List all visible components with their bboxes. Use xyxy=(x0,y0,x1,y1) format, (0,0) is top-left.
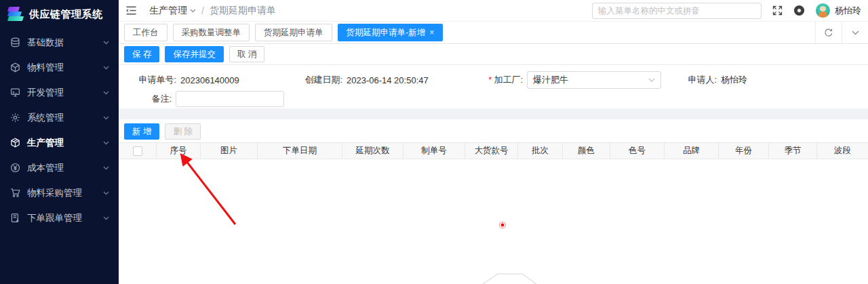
factory-select[interactable]: 爆汁肥牛 xyxy=(527,71,661,89)
tab-tools xyxy=(815,22,868,44)
column-header-seq: 序号 xyxy=(157,143,201,159)
app-title: 供应链管理系统 xyxy=(29,8,103,21)
column-header-image: 图片 xyxy=(201,143,258,159)
gear-icon xyxy=(9,113,20,123)
chevron-down-icon xyxy=(103,41,109,45)
refresh-icon[interactable] xyxy=(815,22,842,44)
column-header-order-date: 下单日期 xyxy=(258,143,342,159)
save-and-submit-button[interactable]: 保存并提交 xyxy=(165,46,224,62)
form-toolbar: 保 存 保存并提交 取 消 xyxy=(119,44,868,65)
menu-search-input[interactable] xyxy=(592,3,762,19)
database-icon xyxy=(9,37,20,48)
column-header-brand: 品牌 xyxy=(665,143,719,159)
sidebar-menu: 基础数据 物料管理 开发管理 系统管理 xyxy=(0,28,119,230)
app-logo[interactable]: 供应链管理系统 xyxy=(0,0,119,28)
order-icon xyxy=(9,213,20,224)
breadcrumb-current: 货期延期申请单 xyxy=(210,5,276,17)
chevron-down-icon xyxy=(103,141,109,145)
delete-row-button[interactable]: 删 除 xyxy=(165,123,200,140)
create-date-value: 2023-06-14 20:50:47 xyxy=(347,75,429,85)
data-grid: 序号 图片 下单日期 延期次数 制单号 大货款号 批次 颜色 色号 品牌 年份 … xyxy=(119,142,868,268)
chevron-down-icon xyxy=(103,66,109,70)
column-header-color: 颜色 xyxy=(563,143,610,159)
chevron-down-icon xyxy=(103,166,109,170)
column-header-doc-no: 制单号 xyxy=(403,143,465,159)
select-all-checkbox[interactable] xyxy=(133,146,142,156)
chevron-down-icon xyxy=(190,9,196,13)
chevron-down-icon xyxy=(103,216,109,220)
sidebar-item-development[interactable]: 开发管理 xyxy=(0,80,119,105)
applicant-value: 杨怡玲 xyxy=(721,74,747,86)
chevron-down-icon xyxy=(103,191,109,195)
applicant-label: 申请人: xyxy=(661,74,717,86)
fullscreen-icon[interactable] xyxy=(772,5,783,16)
logo-icon xyxy=(8,7,23,22)
breadcrumb: 生产管理 / 货期延期申请单 xyxy=(149,5,276,17)
sidebar-item-order-tracking[interactable]: 下单跟单管理 xyxy=(0,205,119,230)
box-icon xyxy=(9,62,20,73)
field-application-no: 申请单号: 202306140009 xyxy=(119,71,239,89)
column-header-bulk-style-no: 大货款号 xyxy=(465,143,518,159)
field-factory: *加工厂: 爆汁肥牛 xyxy=(471,71,661,89)
tabs: 工作台 采购数量调整单 货期延期申请单 货期延期申请单-新增 × xyxy=(119,24,815,41)
top-header: 生产管理 / 货期延期申请单 杨怡玲 xyxy=(119,0,868,22)
create-date-label: 创建日期: xyxy=(287,74,342,86)
tab-delivery-delay-request-new[interactable]: 货期延期申请单-新增 × xyxy=(338,24,443,41)
tab-delivery-delay-request[interactable]: 货期延期申请单 xyxy=(255,24,332,41)
select-all-cell xyxy=(119,143,157,159)
grid-panel: 新 增 删 除 序号 图片 下单日期 延期次数 制单号 大货款号 批次 颜色 色… xyxy=(119,119,868,284)
cancel-button[interactable]: 取 消 xyxy=(229,46,264,62)
sidebar-item-material-purchase[interactable]: 物料采购管理 xyxy=(0,180,119,205)
save-button[interactable]: 保 存 xyxy=(124,46,159,62)
cost-icon xyxy=(9,163,20,174)
column-header-color-no: 色号 xyxy=(610,143,665,159)
sidebar: 供应链管理系统 基础数据 物料管理 开发管理 xyxy=(0,0,119,284)
application-no-label: 申请单号: xyxy=(119,74,176,86)
header-right: 杨怡玲 xyxy=(592,3,861,19)
column-header-batch: 批次 xyxy=(518,143,563,159)
column-header-season: 季节 xyxy=(769,143,817,159)
remark-label: 备注: xyxy=(119,93,172,105)
tab-list-dropdown-icon[interactable] xyxy=(842,22,868,44)
grid-body-empty xyxy=(119,159,868,268)
breadcrumb-parent[interactable]: 生产管理 xyxy=(149,5,196,17)
application-no-value: 202306140009 xyxy=(180,75,239,85)
tab-bar: 工作台 采购数量调整单 货期延期申请单 货期延期申请单-新增 × xyxy=(119,22,868,44)
sidebar-item-basic-data[interactable]: 基础数据 xyxy=(0,30,119,55)
breadcrumb-separator: / xyxy=(201,5,204,16)
factory-label: *加工厂: xyxy=(471,74,523,86)
sidebar-item-system[interactable]: 系统管理 xyxy=(0,105,119,130)
remark-input[interactable] xyxy=(176,91,284,107)
column-header-year: 年份 xyxy=(719,143,769,159)
chevron-down-icon xyxy=(648,78,655,83)
sidebar-item-material[interactable]: 物料管理 xyxy=(0,55,119,80)
required-mark: * xyxy=(488,75,492,85)
tab-workbench[interactable]: 工作台 xyxy=(124,24,167,41)
chevron-down-icon xyxy=(103,116,109,120)
close-icon[interactable]: × xyxy=(429,28,434,37)
field-applicant: 申请人: 杨怡玲 xyxy=(661,71,747,89)
sidebar-item-production[interactable]: 生产管理 xyxy=(0,130,119,155)
avatar[interactable] xyxy=(816,3,830,18)
grid-header-row: 序号 图片 下单日期 延期次数 制单号 大货款号 批次 颜色 色号 品牌 年份 … xyxy=(119,142,868,159)
cart-icon xyxy=(9,188,20,199)
form-panel: 保 存 保存并提交 取 消 申请单号: 202306140009 创建日期: 2… xyxy=(119,44,868,108)
monitor-icon xyxy=(9,87,20,98)
chrome-icon[interactable] xyxy=(793,5,805,16)
field-create-date: 创建日期: 2023-06-14 20:50:47 xyxy=(287,71,429,89)
username[interactable]: 杨怡玲 xyxy=(835,5,861,17)
column-header-wave: 波段 xyxy=(817,143,868,159)
production-icon xyxy=(9,138,20,148)
tab-purchase-qty-adjust[interactable]: 采购数量调整单 xyxy=(173,24,250,41)
sidebar-item-cost[interactable]: 成本管理 xyxy=(0,155,119,180)
column-header-delay-count: 延期次数 xyxy=(342,143,403,159)
main-area: 生产管理 / 货期延期申请单 杨怡玲 工作台 采购数量调整单 货期延期申请单 货… xyxy=(119,0,868,284)
add-row-button[interactable]: 新 增 xyxy=(124,123,159,140)
chevron-down-icon xyxy=(103,91,109,95)
field-remark: 备注: xyxy=(119,90,284,108)
grid-toolbar: 新 增 删 除 xyxy=(119,119,868,141)
sidebar-collapse-icon[interactable] xyxy=(125,5,137,16)
